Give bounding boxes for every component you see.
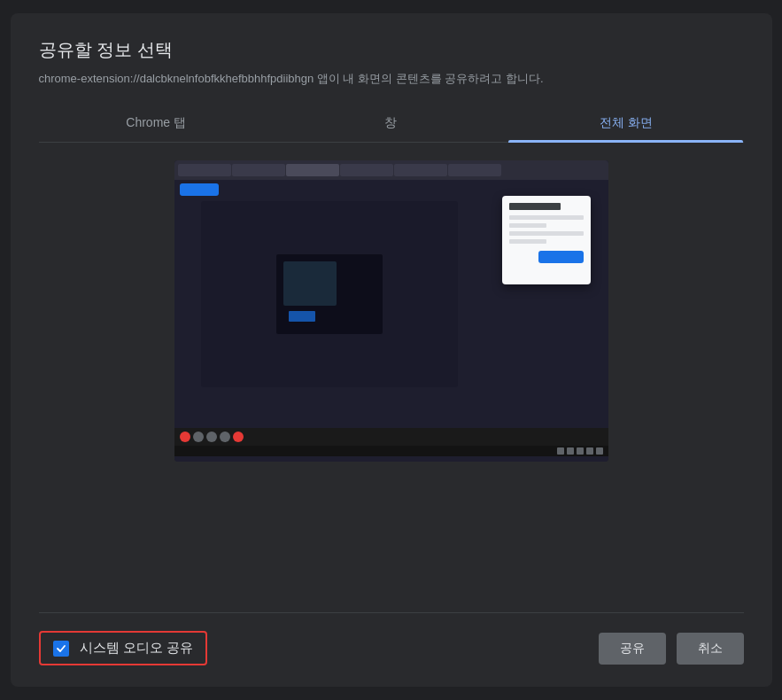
buttons-area: 공유 취소 (599, 633, 744, 665)
checkbox-area[interactable]: 시스템 오디오 공유 (39, 631, 207, 665)
share-dialog: 공유할 정보 선택 chrome-extension://dalcbknelnf… (11, 13, 772, 687)
sim-tab-6 (448, 164, 501, 176)
sim-system-tray (174, 446, 608, 456)
sim-taskbar-icon-3 (220, 432, 230, 442)
tab-window[interactable]: 창 (274, 105, 508, 142)
dialog-title: 공유할 정보 선택 (39, 38, 744, 62)
sim-taskbar-red-icon-2 (233, 432, 244, 442)
sim-tab-1 (178, 164, 231, 176)
sim-blue-highlight (289, 311, 315, 322)
sim-tray-icon-1 (557, 447, 564, 455)
sim-taskbar-red-icon (180, 432, 190, 442)
sim-tab-strip (178, 164, 605, 176)
cancel-button[interactable]: 취소 (677, 633, 744, 665)
sim-taskbar (174, 428, 608, 446)
sim-tray-icon-4 (586, 447, 593, 455)
sim-tray-icon-5 (596, 447, 603, 455)
sim-tab-2 (232, 164, 285, 176)
dialog-footer: 시스템 오디오 공유 공유 취소 (39, 612, 744, 665)
sim-tab-5 (394, 164, 447, 176)
sim-tab-4 (340, 164, 393, 176)
sim-taskbar-icon-2 (206, 432, 217, 442)
sim-tray-icon-2 (567, 447, 574, 455)
sim-taskbar-icon-1 (193, 432, 204, 442)
sim-dark-box-inner (283, 261, 337, 306)
sim-popup-line-4 (509, 239, 546, 244)
sim-main-content (201, 201, 458, 387)
screen-inner (174, 160, 608, 462)
sim-tab-3 (286, 164, 339, 176)
content-area (39, 143, 744, 612)
sim-popup-button (538, 251, 583, 263)
checkbox-label: 시스템 오디오 공유 (80, 640, 193, 657)
sim-popup-line-2 (509, 223, 546, 228)
sim-popup (502, 196, 591, 284)
sim-popup-line-3 (509, 231, 584, 236)
sim-popup-title (509, 203, 561, 210)
tab-fullscreen[interactable]: 전체 화면 (508, 105, 743, 142)
tab-bar: Chrome 탭 창 전체 화면 (39, 105, 744, 143)
sim-dark-box (276, 254, 383, 334)
sim-blue-button (180, 183, 219, 196)
audio-checkbox[interactable] (53, 641, 69, 657)
sim-tray-icon-3 (577, 447, 584, 455)
tab-chrome[interactable]: Chrome 탭 (39, 105, 274, 142)
sim-popup-line-1 (509, 215, 584, 220)
share-button[interactable]: 공유 (599, 633, 666, 665)
screen-preview[interactable] (174, 160, 608, 462)
check-icon (56, 643, 66, 654)
sim-topbar (174, 160, 608, 180)
dialog-subtitle: chrome-extension://dalcbknelnfobfkkhefbb… (39, 71, 744, 87)
sim-main-inner (201, 201, 458, 387)
